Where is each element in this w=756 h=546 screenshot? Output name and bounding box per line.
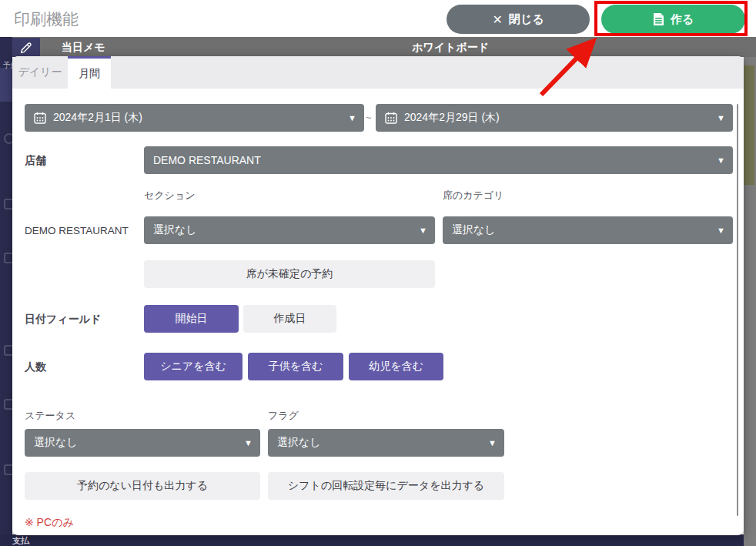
sidebar-item-label-payment: 支払 [12, 535, 29, 546]
background-whiteboard-edge [744, 65, 754, 185]
people-option-senior[interactable]: シニアを含む [144, 353, 243, 380]
status-select[interactable]: 選択なし ▼ [25, 429, 260, 457]
chevron-down-icon: ▼ [244, 438, 253, 447]
section-select[interactable]: 選択なし ▼ [144, 216, 435, 244]
date-field-option-start[interactable]: 開始日 [144, 305, 239, 333]
sidebar-icon-fragment[interactable] [4, 133, 12, 144]
sidebar-icon-fragment[interactable] [4, 345, 12, 356]
date-field-label: 日付フィールド [25, 313, 101, 327]
print-dialog-tabbar: デイリー 月間 [12, 56, 744, 89]
pc-only-note: ※ PCのみ [25, 516, 74, 530]
memo-panel-title: 当日メモ [62, 37, 105, 57]
calendar-icon [34, 112, 46, 124]
sidebar: 予約 [0, 37, 12, 546]
section-label: セクション [144, 189, 196, 203]
close-icon: ✕ [492, 12, 502, 27]
date-to-picker[interactable]: 2024年2月29日 (木) ▼ [376, 104, 733, 132]
pencil-icon [19, 41, 33, 55]
chevron-down-icon: ▼ [717, 156, 725, 165]
store-label: 店舗 [25, 154, 46, 168]
section-select-value: 選択なし [153, 223, 197, 237]
date-from-picker[interactable]: 2024年2月1日 (木) ▼ [25, 104, 364, 132]
flag-label: フラグ [268, 409, 299, 423]
flag-select[interactable]: 選択なし ▼ [268, 429, 504, 457]
sidebar-icon-fragment[interactable] [4, 399, 12, 410]
people-option-child[interactable]: 子供を含む [248, 353, 343, 380]
sidebar-icon-fragment[interactable] [4, 199, 12, 209]
tab-daily-label: デイリー [18, 65, 62, 79]
tab-monthly-label: 月間 [79, 67, 100, 81]
people-option-infant[interactable]: 幼児を含む [349, 353, 443, 380]
date-from-value: 2024年2月1日 (木) [53, 111, 142, 125]
print-dialog: デイリー 月間 2024年2月1日 (木) ▼ ~ [12, 56, 744, 535]
document-icon [653, 12, 664, 26]
page-title: 印刷機能 [14, 8, 79, 30]
chevron-down-icon: ▼ [348, 113, 356, 122]
seat-category-select-value: 選択なし [452, 223, 496, 237]
sidebar-icon-fragment[interactable] [4, 253, 12, 263]
store-name-label: DEMO RESTAURANT [25, 225, 129, 236]
memo-edit-button[interactable] [12, 38, 40, 57]
store-select-value: DEMO RESTAURANT [153, 154, 261, 166]
tab-daily[interactable]: デイリー [12, 56, 68, 89]
sidebar-active-item[interactable] [0, 68, 12, 102]
sidebar-icon-fragment[interactable] [4, 464, 12, 475]
background-bottom-bar: 支払 [0, 534, 744, 546]
whiteboard-panel-title: ホワイトボード [412, 37, 489, 57]
modal-scrollbar[interactable] [737, 104, 738, 516]
chevron-down-icon: ▼ [419, 226, 427, 235]
create-button-label: 作る [671, 12, 694, 27]
sidebar-item-label-reservation: 予約 [3, 60, 12, 71]
flag-select-value: 選択なし [277, 436, 321, 450]
close-button-label: 閉じる [509, 12, 544, 27]
chevron-down-icon: ▼ [717, 113, 725, 122]
tab-monthly[interactable]: 月間 [68, 56, 111, 89]
status-label: ステータス [25, 409, 75, 423]
date-to-value: 2024年2月29日 (木) [404, 111, 500, 125]
create-button[interactable]: 作る [601, 5, 745, 34]
seat-category-select[interactable]: 選択なし ▼ [443, 216, 733, 244]
date-range-separator: ~ [366, 112, 372, 123]
close-button[interactable]: ✕ 閉じる [447, 5, 590, 34]
output-empty-dates-toggle[interactable]: 予約のない日付も出力する [25, 472, 260, 500]
output-per-shift-rotation-toggle[interactable]: シフトの回転設定毎にデータを出力する [268, 472, 504, 500]
people-label: 人数 [25, 360, 46, 374]
calendar-icon [385, 112, 397, 124]
seat-category-label: 席のカテゴリ [443, 189, 504, 203]
chevron-down-icon: ▼ [488, 438, 497, 447]
unconfirmed-seats-toggle[interactable]: 席が未確定の予約 [144, 260, 435, 288]
background-panel-header: 当日メモ ホワイトボード [12, 37, 756, 57]
status-select-value: 選択なし [34, 436, 78, 450]
store-select[interactable]: DEMO RESTAURANT ▼ [144, 146, 733, 174]
chevron-down-icon: ▼ [717, 226, 725, 235]
date-field-option-created[interactable]: 作成日 [243, 305, 336, 333]
